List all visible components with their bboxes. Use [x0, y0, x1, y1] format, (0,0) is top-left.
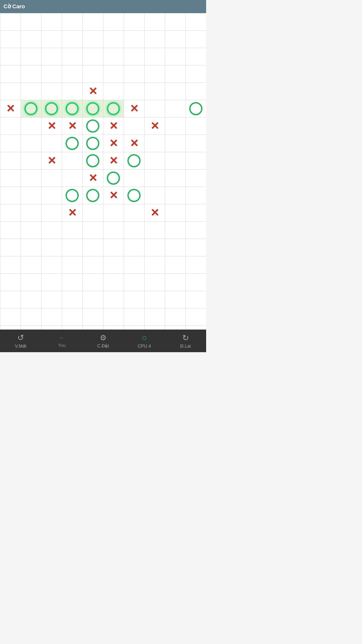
grid-line-horizontal	[0, 308, 206, 308]
grid-line-vertical	[62, 13, 62, 330]
x-mark: ✕	[130, 138, 139, 149]
piece-x-10[interactable]: ✕	[62, 117, 82, 135]
x-mark: ✕	[150, 208, 159, 218]
piece-o-3[interactable]	[41, 100, 62, 117]
cpu-indicator: CPU 4	[132, 333, 157, 349]
piece-o-4[interactable]	[62, 100, 82, 117]
piece-o-24[interactable]	[62, 187, 82, 204]
x-mark: ✕	[109, 190, 118, 201]
piece-o-8[interactable]	[186, 100, 206, 117]
piece-o-2[interactable]	[21, 100, 41, 117]
grid-line-horizontal	[0, 83, 206, 83]
new-game-label: V.Mới	[15, 343, 26, 349]
x-mark: ✕	[130, 103, 139, 114]
grid-line-horizontal	[0, 30, 206, 31]
grid-line-vertical	[124, 13, 124, 330]
piece-o-15[interactable]	[82, 135, 103, 152]
piece-x-1[interactable]: ✕	[0, 100, 21, 117]
grid-line-horizontal	[0, 239, 206, 239]
grid-line-vertical	[41, 13, 41, 330]
grid-line-horizontal	[0, 65, 206, 65]
you-indicator: ← You	[49, 334, 74, 348]
piece-x-0[interactable]: ✕	[82, 83, 103, 100]
grid-line-horizontal	[0, 204, 206, 204]
grid-line-horizontal	[0, 291, 206, 291]
piece-x-17[interactable]: ✕	[124, 135, 144, 152]
you-label: You	[58, 343, 66, 348]
o-circle	[45, 102, 58, 115]
x-mark: ✕	[88, 86, 97, 97]
x-mark: ✕	[150, 121, 159, 131]
piece-o-19[interactable]	[82, 152, 103, 169]
x-mark: ✕	[68, 121, 77, 131]
x-mark: ✕	[109, 155, 118, 166]
x-mark: ✕	[68, 208, 77, 218]
piece-o-23[interactable]	[103, 169, 124, 187]
piece-x-29[interactable]: ✕	[144, 204, 165, 221]
grid-line-horizontal	[0, 256, 206, 256]
piece-x-28[interactable]: ✕	[62, 204, 82, 221]
o-circle	[86, 189, 99, 202]
gear-icon	[100, 333, 107, 342]
x-mark: ✕	[88, 173, 97, 183]
o-circle	[86, 102, 99, 115]
piece-o-6[interactable]	[103, 100, 124, 117]
piece-x-7[interactable]: ✕	[124, 100, 144, 117]
piece-x-18[interactable]: ✕	[41, 152, 62, 169]
grid-line-vertical	[144, 13, 145, 330]
undo-icon	[17, 333, 24, 342]
game-board[interactable]: ✕✕✕✕✕✕✕✕✕✕✕✕✕✕✕	[0, 13, 206, 330]
you-icon: ←	[58, 334, 65, 342]
redo-icon	[182, 333, 189, 343]
piece-o-5[interactable]	[82, 100, 103, 117]
settings-label: C.Đặt	[97, 343, 109, 349]
undo-label: Đ.Lai	[180, 344, 191, 349]
grid-line-horizontal	[0, 221, 206, 222]
o-circle	[189, 102, 202, 115]
title-bar: Cờ Caro	[0, 0, 206, 13]
o-circle	[66, 189, 79, 202]
piece-x-9[interactable]: ✕	[41, 117, 62, 135]
grid-line-vertical	[0, 13, 0, 330]
piece-x-16[interactable]: ✕	[103, 135, 124, 152]
settings-button[interactable]: C.Đặt	[90, 333, 116, 349]
piece-o-21[interactable]	[124, 152, 144, 169]
piece-x-13[interactable]: ✕	[144, 117, 165, 135]
grid-line-horizontal	[0, 326, 206, 326]
x-mark: ✕	[6, 103, 15, 114]
piece-o-27[interactable]	[124, 187, 144, 204]
o-circle	[24, 102, 37, 115]
o-circle	[107, 102, 120, 115]
o-circle	[127, 189, 141, 202]
undo-button[interactable]: Đ.Lai	[173, 333, 198, 349]
x-mark: ✕	[109, 138, 118, 149]
grid-line-vertical	[21, 13, 21, 330]
o-circle	[86, 137, 99, 150]
o-circle	[86, 119, 99, 133]
new-game-button[interactable]: V.Mới	[8, 333, 33, 349]
o-circle	[66, 137, 79, 150]
circle-icon	[142, 333, 147, 343]
piece-x-26[interactable]: ✕	[103, 187, 124, 204]
piece-x-12[interactable]: ✕	[103, 117, 124, 135]
x-mark: ✕	[109, 121, 118, 131]
o-circle	[86, 154, 99, 167]
o-circle	[66, 102, 79, 115]
piece-o-14[interactable]	[62, 135, 82, 152]
cpu-label: CPU 4	[138, 344, 151, 349]
piece-x-20[interactable]: ✕	[103, 152, 124, 169]
grid-line-vertical	[186, 13, 186, 330]
o-circle	[107, 172, 120, 185]
grid-line-horizontal	[0, 48, 206, 48]
piece-o-11[interactable]	[82, 117, 103, 135]
app-title: Cờ Caro	[4, 3, 25, 10]
navigation-bar: V.Mới ← You C.Đặt CPU 4 Đ.Lai	[0, 330, 206, 352]
piece-o-25[interactable]	[82, 187, 103, 204]
x-mark: ✕	[47, 155, 56, 166]
grid-line-vertical	[165, 13, 165, 330]
piece-x-22[interactable]: ✕	[82, 169, 103, 187]
x-mark: ✕	[47, 121, 56, 131]
grid-line-horizontal	[0, 273, 206, 274]
grid-line-horizontal	[0, 13, 206, 13]
board-grid[interactable]: ✕✕✕✕✕✕✕✕✕✕✕✕✕✕✕	[0, 13, 206, 330]
